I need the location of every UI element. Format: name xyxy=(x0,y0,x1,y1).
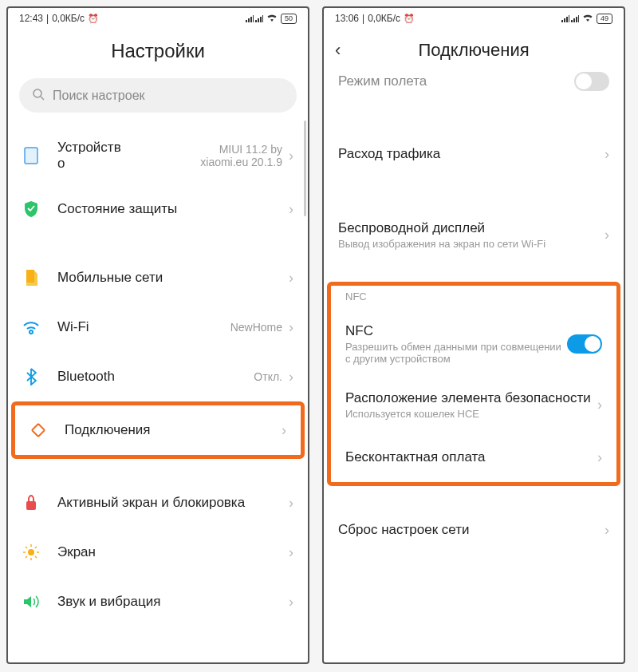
row-label: Bluetooth xyxy=(57,369,254,385)
row-label: Состояние защиты xyxy=(57,201,289,217)
row-label: Подключения xyxy=(65,422,282,438)
row-reset-network[interactable]: Сброс настроек сети › xyxy=(324,505,624,555)
back-button[interactable]: ‹ xyxy=(335,40,359,61)
row-nfc[interactable]: NFC Разрешить обмен данными при совмещен… xyxy=(331,310,616,378)
row-label: Активный экран и блокировка xyxy=(57,495,289,511)
highlight-nfc-section: NFC NFC Разрешить обмен данными при совм… xyxy=(327,282,620,486)
phone-settings: 12:43 | 0,0КБ/с ⏰ 50 Настройки Поиск нас… xyxy=(6,6,309,664)
svg-line-12 xyxy=(35,547,37,548)
svg-point-5 xyxy=(28,549,34,555)
row-mobile[interactable]: Мобильные сети › xyxy=(8,253,308,302)
status-time: 13:06 xyxy=(335,13,359,24)
chevron-right-icon: › xyxy=(289,148,293,164)
row-sub: Используется кошелек HCE xyxy=(345,408,597,420)
row-value: Откл. xyxy=(254,370,282,383)
svg-line-13 xyxy=(26,556,27,558)
wifi-icon xyxy=(266,13,278,24)
svg-rect-2 xyxy=(25,148,37,164)
row-contactless-pay[interactable]: Бесконтактная оплата › xyxy=(331,433,616,482)
chevron-right-icon: › xyxy=(597,449,602,466)
page-title: Подключения xyxy=(359,40,589,61)
search-placeholder: Поиск настроек xyxy=(53,89,145,103)
row-cast[interactable]: Беспроводной дисплей Вывод изображения н… xyxy=(324,208,624,263)
wifi-menu-icon xyxy=(22,318,40,336)
alarm-icon: ⏰ xyxy=(404,14,415,24)
chevron-right-icon: › xyxy=(289,270,293,287)
row-label: Звук и вибрация xyxy=(57,594,289,610)
row-sound[interactable]: Звук и вибрация › xyxy=(8,577,308,627)
row-label: Беспроводной дисплей xyxy=(338,220,605,236)
sim-icon xyxy=(22,269,40,287)
row-display[interactable]: Экран › xyxy=(8,528,308,577)
status-bar: 13:06 | 0,0КБ/с ⏰ 49 xyxy=(324,8,624,26)
row-label: Расход трафика xyxy=(338,146,605,162)
status-bar: 12:43 | 0,0КБ/с ⏰ 50 xyxy=(8,8,308,26)
row-airplane-partial[interactable]: Режим полета xyxy=(324,72,624,101)
sun-icon xyxy=(22,544,40,561)
row-traffic[interactable]: Расход трафика › xyxy=(324,129,624,179)
settings-list[interactable]: Устройство MIUI 11.2 byxiaomi.eu 20.1.9 … xyxy=(8,121,308,662)
chevron-right-icon: › xyxy=(289,369,293,385)
chevron-right-icon: › xyxy=(289,201,293,218)
chevron-right-icon: › xyxy=(289,544,293,561)
chevron-right-icon: › xyxy=(289,319,293,336)
page-title: Настройки xyxy=(8,26,308,73)
toggle-airplane[interactable] xyxy=(574,72,609,91)
chevron-right-icon: › xyxy=(289,594,293,611)
chevron-right-icon: › xyxy=(282,422,286,439)
row-label: Устройство xyxy=(57,140,200,172)
bluetooth-icon xyxy=(22,368,40,385)
row-label: Расположение элемента безопасности xyxy=(345,390,597,406)
row-label: NFC xyxy=(345,323,567,339)
row-value: MIUI 11.2 byxiaomi.eu 20.1.9 xyxy=(200,143,282,168)
lock-icon xyxy=(22,494,40,512)
battery-icon: 49 xyxy=(597,14,612,24)
row-label: Режим полета xyxy=(338,73,427,89)
svg-rect-4 xyxy=(26,501,36,510)
connections-icon xyxy=(30,421,47,439)
row-device[interactable]: Устройство MIUI 11.2 byxiaomi.eu 20.1.9 … xyxy=(8,127,308,184)
row-lock[interactable]: Активный экран и блокировка › xyxy=(8,478,308,528)
speaker-icon xyxy=(22,593,40,611)
highlight-connections: Подключения › xyxy=(11,401,305,459)
signal-icon xyxy=(561,14,579,22)
device-icon xyxy=(22,147,40,164)
search-input[interactable]: Поиск настроек xyxy=(19,78,297,113)
shield-icon xyxy=(22,200,40,218)
status-net: 0,0КБ/с xyxy=(368,13,400,24)
connections-list[interactable]: Режим полета Расход трафика › Беспроводн… xyxy=(324,72,624,662)
row-label: Мобильные сети xyxy=(57,270,289,286)
alarm-icon: ⏰ xyxy=(88,14,99,24)
status-net: 0,0КБ/с xyxy=(52,13,85,24)
svg-rect-3 xyxy=(26,270,34,283)
row-bluetooth[interactable]: Bluetooth Откл. › xyxy=(8,352,308,401)
section-header-nfc: NFC xyxy=(331,286,616,310)
chevron-right-icon: › xyxy=(605,522,609,539)
signal-icon xyxy=(246,14,263,22)
row-label: Бесконтактная оплата xyxy=(345,449,597,465)
svg-point-0 xyxy=(33,89,41,97)
status-time: 12:43 xyxy=(19,13,43,24)
svg-line-11 xyxy=(35,556,37,558)
row-label: Экран xyxy=(57,544,289,560)
battery-icon: 50 xyxy=(281,14,297,24)
row-label: Сброс настроек сети xyxy=(338,522,605,538)
wifi-icon xyxy=(582,13,593,24)
chevron-right-icon: › xyxy=(605,227,609,243)
scrollbar[interactable] xyxy=(304,121,306,216)
row-security[interactable]: Состояние защиты › xyxy=(8,184,308,234)
row-value: NewHome xyxy=(230,321,282,334)
chevron-right-icon: › xyxy=(597,397,602,413)
toggle-nfc[interactable] xyxy=(567,334,602,354)
row-sub: Разрешить обмен данными при совмещении с… xyxy=(345,341,567,365)
row-sub: Вывод изображения на экран по сети Wi-Fi xyxy=(338,238,605,250)
svg-line-1 xyxy=(41,97,44,100)
header: ‹ Подключения xyxy=(324,26,624,72)
row-secure-element[interactable]: Расположение элемента безопасности Испол… xyxy=(331,378,616,433)
row-wifi[interactable]: Wi-Fi NewHome › xyxy=(8,302,308,352)
search-icon xyxy=(32,88,45,103)
row-label: Wi-Fi xyxy=(57,319,230,335)
row-connections[interactable]: Подключения › xyxy=(15,405,301,455)
chevron-right-icon: › xyxy=(289,495,293,512)
chevron-right-icon: › xyxy=(605,146,609,163)
